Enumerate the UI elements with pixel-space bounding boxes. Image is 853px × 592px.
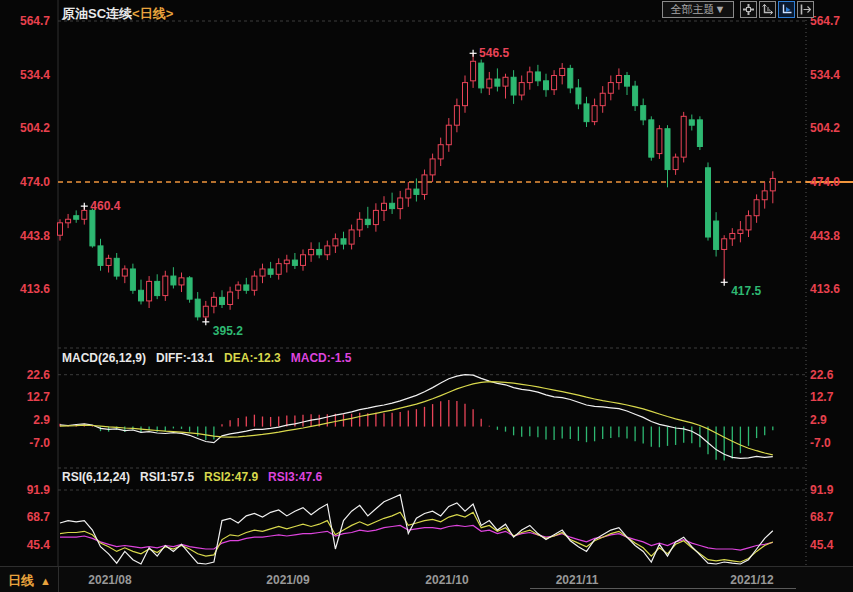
price-axis-label-right: 534.4 (810, 68, 840, 82)
macd-axis-label-left: 2.9 (33, 413, 50, 427)
candle-body (349, 230, 354, 244)
candle-body (479, 63, 484, 88)
candle-body (74, 216, 79, 220)
macd-axis-label-right: -7.0 (810, 436, 831, 450)
date-label: 2021/11 (556, 573, 599, 587)
panel-collapse-icon[interactable] (797, 1, 814, 18)
candle-body (276, 264, 281, 275)
candle-body (544, 81, 549, 90)
candle-body (130, 269, 135, 290)
candle-body (641, 106, 646, 120)
candle-body (438, 145, 443, 159)
rsi-axis-label-left: 45.4 (27, 538, 51, 552)
candle-body (633, 86, 638, 106)
price-axis-label-left: 564.7 (20, 14, 50, 28)
candle-body (495, 79, 500, 86)
candle-body (584, 104, 589, 122)
candle-body (187, 278, 192, 299)
candle-body (503, 77, 508, 86)
axis-zoom-icon[interactable] (759, 1, 776, 18)
tab-period-daily[interactable]: 日线▲ (8, 572, 51, 590)
candle-body (66, 219, 71, 223)
axis-divider (58, 567, 59, 592)
candle-body (657, 129, 662, 154)
price-annotation-low: 395.2 (213, 324, 243, 338)
price-chart-canvas[interactable]: 564.7564.7534.4534.4504.2504.2474.0474.0… (0, 0, 853, 592)
candle-body (454, 106, 459, 126)
price-axis-label-right: 474.0 (810, 175, 840, 189)
candle-body (195, 299, 200, 317)
candle-body (762, 191, 767, 200)
candle-body (689, 120, 694, 125)
candle-body (535, 72, 540, 81)
candle-body (58, 223, 63, 235)
macd-macd-value: MACD:-1.5 (291, 351, 352, 365)
macd-indicator-readout: MACD(26,12,9)DIFF:-13.1DEA:-12.3MACD:-1.… (62, 351, 361, 365)
candle-body (82, 210, 87, 219)
candle-body (414, 189, 419, 194)
price-axis-label-left: 443.8 (20, 229, 50, 243)
crosshair-pan-icon[interactable] (740, 1, 757, 18)
candle-body (568, 68, 573, 88)
price-annotation-low: 417.5 (731, 284, 761, 298)
symbol-name: 原油SC连续 (62, 6, 132, 21)
crosshair-pan-glyph (743, 4, 754, 15)
macd-diff-value: DIFF:-13.1 (156, 351, 214, 365)
rsi-params: RSI(6,12,24) (62, 470, 130, 484)
macd-params: MACD(26,12,9) (62, 351, 146, 365)
candle-body (357, 219, 362, 230)
candle-body (527, 72, 532, 83)
candle-body (244, 285, 249, 290)
candle-body (560, 68, 565, 75)
candle-body (98, 246, 103, 266)
macd-axis-label-right: 2.9 (810, 413, 827, 427)
price-axis-label-left: 534.4 (20, 68, 50, 82)
candle-body (430, 159, 435, 175)
candle-body (333, 239, 338, 246)
candle-body (398, 198, 403, 209)
candle-body (600, 93, 605, 105)
rsi-indicator-readout: RSI(6,12,24)RSI1:57.5RSI2:47.9RSI3:47.6 (62, 470, 332, 484)
candle-body (770, 178, 775, 190)
rsi2-value: RSI2:47.9 (204, 470, 258, 484)
period-tab-label: 日线 (8, 573, 34, 588)
date-label: 2021/08 (88, 573, 131, 587)
candle-body (373, 210, 378, 224)
candle-body (673, 157, 678, 169)
candle-body (163, 276, 168, 296)
rsi1-value: RSI1:57.5 (140, 470, 194, 484)
candle-body (471, 61, 476, 81)
candle-body (422, 175, 427, 195)
candle-body (90, 210, 95, 246)
candle-body (284, 260, 289, 264)
candle-body (147, 281, 152, 301)
scrollbar[interactable] (530, 588, 796, 589)
candle-body (519, 83, 524, 95)
price-axis-label-left: 504.2 (20, 121, 50, 135)
candle-body (730, 233, 735, 238)
candle-body (608, 83, 613, 94)
rsi-axis-label-right: 91.9 (810, 483, 834, 497)
axis-pointer-icon[interactable] (778, 1, 795, 18)
candle-body (301, 255, 306, 266)
candle-body (746, 216, 751, 230)
chart-application: 564.7564.7534.4534.4504.2504.2474.0474.0… (0, 0, 853, 592)
candle-body (463, 83, 468, 106)
candle-body (341, 239, 346, 244)
rsi-axis-label-right: 68.7 (810, 510, 834, 524)
candle-body (714, 221, 719, 249)
candle-body (211, 297, 216, 306)
candle-body (268, 269, 273, 274)
candle-body (446, 125, 451, 145)
candle-body (552, 75, 557, 89)
candle-body (236, 285, 241, 290)
theme-selector-dropdown[interactable]: 全部主题▼ (662, 1, 734, 18)
candle-body (706, 168, 711, 237)
panel-collapse-glyph (800, 4, 811, 15)
candle-body (171, 276, 176, 285)
period-tag: <日线> (132, 6, 173, 21)
candle-body (487, 79, 492, 88)
candle-body (122, 269, 127, 276)
candle-body (365, 219, 370, 224)
price-axis-label-right: 504.2 (810, 121, 840, 135)
